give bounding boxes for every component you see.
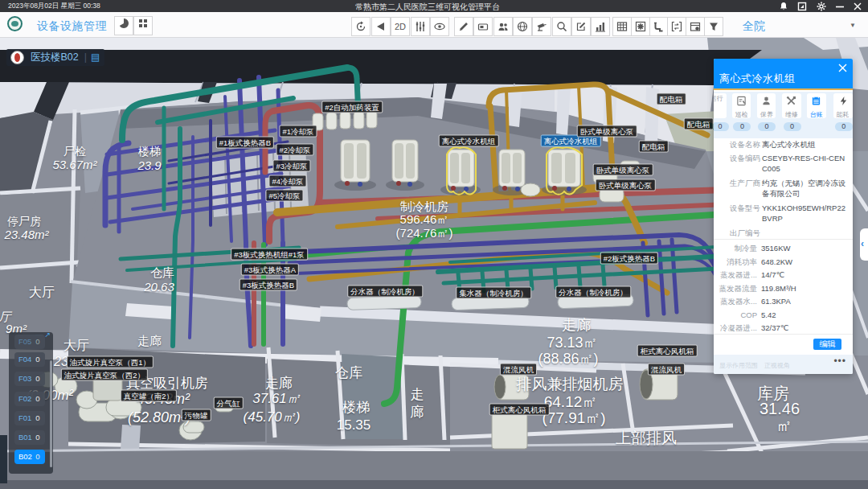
- svg-text:2D: 2D: [395, 22, 406, 31]
